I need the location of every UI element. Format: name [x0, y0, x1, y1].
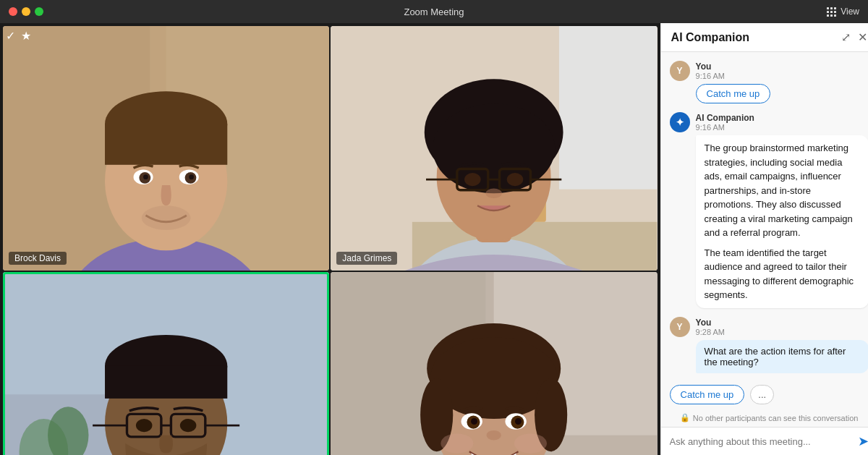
companion-header-actions: ⤢ ✕ [841, 30, 867, 44]
view-label[interactable]: View [841, 7, 859, 17]
sender-row-1: Y You 9:16 AM [670, 61, 868, 81]
user-avatar-1: Y [670, 61, 690, 81]
svg-rect-7 [105, 124, 227, 164]
companion-panel: AI Companion ⤢ ✕ Y You 9:16 AM Catch me … [660, 23, 868, 455]
message-group-2: ✦ AI Companion 9:16 AM The group brainst… [670, 112, 868, 308]
video-area: ✓ ★ [0, 23, 660, 455]
video-cell-antwan: Antwan Cannon [3, 272, 329, 455]
grid-view-icon[interactable] [827, 7, 836, 17]
close-button[interactable] [9, 7, 17, 16]
catch-me-up-message-button[interactable]: Catch me up [696, 84, 771, 103]
video-cell-brock: Brock Davis [3, 26, 329, 271]
name-tag-brock: Brock Davis [9, 252, 67, 265]
shield-icon: ✓ [6, 29, 15, 43]
ai-message-1: The group brainstormed marketing strateg… [696, 135, 868, 308]
message-meta-3: You 9:28 AM [696, 318, 725, 336]
sender-row-3: Y You 9:28 AM [670, 317, 868, 337]
video-top-bar: ✓ ★ [6, 29, 31, 43]
message-meta-1: You 9:16 AM [696, 61, 725, 80]
ai-message-1-p1: The group brainstormed marketing strateg… [705, 141, 860, 240]
video-cell-macy: 🎙 Macy Halloway [331, 272, 657, 455]
close-panel-button[interactable]: ✕ [858, 30, 867, 44]
video-cell-jada: Jada Grimes [331, 26, 657, 271]
more-actions-button[interactable]: ... [750, 385, 774, 404]
main-content: ✓ ★ [0, 23, 868, 455]
privacy-notice: 🔒 No other participants can see this con… [661, 410, 868, 427]
minimize-button[interactable] [22, 7, 30, 16]
chat-messages: Y You 9:16 AM Catch me up ✦ AI Companion… [661, 52, 868, 379]
svg-point-47 [136, 420, 153, 433]
message-time-3: 9:28 AM [696, 328, 725, 336]
companion-input-field[interactable] [670, 436, 852, 447]
message-meta-2: AI Companion 9:16 AM [696, 113, 754, 132]
sender-name-2: AI Companion [696, 113, 754, 123]
companion-input-area: ➤ [661, 427, 868, 455]
sender-row-2: ✦ AI Companion 9:16 AM [670, 112, 868, 132]
svg-point-64 [515, 418, 522, 425]
maximize-button[interactable] [35, 7, 43, 16]
svg-point-67 [514, 434, 547, 454]
message-group-3: Y You 9:28 AM What are the action items … [670, 317, 868, 373]
star-icon: ★ [21, 29, 31, 43]
svg-point-48 [180, 420, 197, 433]
view-controls: View [827, 7, 859, 17]
svg-point-12 [143, 174, 148, 179]
companion-header: AI Companion ⤢ ✕ [661, 23, 868, 52]
user-message-2: What are the action items for after the … [696, 340, 868, 373]
companion-title: AI Companion [671, 31, 749, 44]
lock-icon: 🔒 [680, 413, 690, 422]
window-title: Zoom Meeting [404, 7, 464, 17]
svg-point-14 [142, 205, 191, 230]
sender-name-3: You [696, 318, 725, 328]
companion-actions: Catch me up ... [661, 379, 868, 410]
svg-rect-41 [105, 366, 227, 399]
traffic-lights [9, 7, 43, 16]
svg-point-63 [471, 418, 477, 425]
popout-button[interactable]: ⤢ [841, 30, 851, 44]
message-time-2: 9:16 AM [696, 123, 754, 132]
privacy-text: No other participants can see this conve… [693, 414, 859, 422]
svg-rect-16 [559, 26, 657, 190]
send-button[interactable]: ➤ [858, 433, 868, 449]
svg-point-66 [441, 434, 474, 454]
video-grid: Brock Davis [0, 23, 660, 455]
name-tag-jada: Jada Grimes [336, 252, 397, 265]
svg-point-65 [487, 430, 501, 441]
title-bar: Zoom Meeting View [0, 0, 868, 23]
user-avatar-2: Y [670, 317, 690, 337]
svg-point-30 [507, 173, 524, 186]
svg-point-13 [189, 174, 194, 179]
message-time-1: 9:16 AM [696, 72, 725, 80]
ai-avatar-1: ✦ [670, 112, 690, 132]
sender-name-1: You [696, 61, 725, 72]
catch-me-up-action-button[interactable]: Catch me up [670, 385, 745, 404]
message-group-1: Y You 9:16 AM Catch me up [670, 61, 868, 103]
svg-point-29 [464, 173, 481, 186]
svg-point-31 [486, 189, 503, 199]
ai-message-1-p2: The team identified the target audience … [705, 246, 860, 302]
